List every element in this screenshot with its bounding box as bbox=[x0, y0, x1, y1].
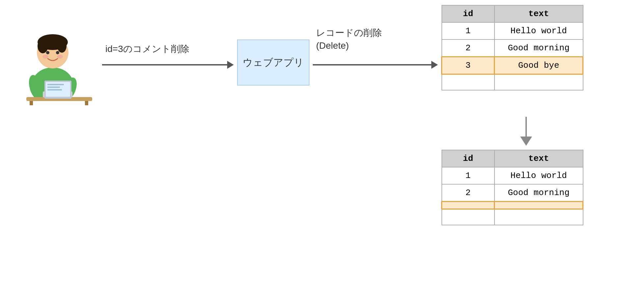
arrow-right-head bbox=[431, 61, 438, 69]
action-label: id=3のコメント削除 bbox=[105, 43, 189, 55]
svg-point-5 bbox=[46, 51, 49, 54]
col-id-header-before: id bbox=[442, 5, 495, 22]
before-table: id text 1 Hello world 2 Good morning 3 G… bbox=[441, 5, 583, 90]
delete-label-line2: (Delete) bbox=[316, 40, 349, 51]
svg-rect-19 bbox=[47, 89, 62, 90]
webapp-to-db-arrow bbox=[313, 61, 438, 69]
svg-rect-13 bbox=[85, 101, 88, 105]
cell-text: Hello world bbox=[495, 22, 583, 39]
cell-id: 2 bbox=[442, 184, 495, 202]
cell-id: 1 bbox=[442, 167, 495, 184]
down-arrow bbox=[520, 117, 532, 146]
col-id-header-after: id bbox=[442, 150, 495, 167]
svg-point-8 bbox=[57, 55, 63, 59]
table-row: 1 Hello world bbox=[442, 167, 583, 184]
delete-label-line1: レコードの削除 bbox=[316, 28, 382, 38]
table-before: id text 1 Hello world 2 Good morning 3 G… bbox=[441, 5, 583, 90]
svg-rect-18 bbox=[47, 87, 60, 88]
table-row: 2 Good morning bbox=[442, 39, 583, 57]
webapp-label: ウェブアプリ bbox=[243, 56, 304, 69]
table-row-empty bbox=[442, 209, 583, 225]
svg-point-3 bbox=[38, 39, 48, 53]
cell-id: 2 bbox=[442, 39, 495, 57]
arrow-right-line bbox=[313, 64, 431, 65]
cell-text: Good morning bbox=[495, 184, 583, 202]
cell-id: 3 bbox=[442, 57, 495, 74]
table-row: 1 Hello world bbox=[442, 22, 583, 39]
cell-text-empty2 bbox=[495, 209, 583, 225]
col-text-header-before: text bbox=[495, 5, 583, 22]
svg-point-7 bbox=[42, 55, 48, 59]
person-illustration bbox=[10, 20, 102, 112]
cell-text-empty bbox=[495, 74, 583, 90]
after-table: id text 1 Hello world 2 Good morning bbox=[441, 150, 583, 225]
table-row: 2 Good morning bbox=[442, 184, 583, 202]
webapp-box: ウェブアプリ bbox=[237, 39, 309, 86]
main-scene: id=3のコメント削除 ウェブアプリ レコードの削除 (Delete) id t… bbox=[0, 0, 644, 302]
svg-rect-12 bbox=[30, 101, 33, 105]
svg-rect-17 bbox=[47, 84, 64, 85]
cell-text: Hello world bbox=[495, 167, 583, 184]
cell-text: Good morning bbox=[495, 39, 583, 57]
table-row-empty-highlighted bbox=[442, 202, 583, 209]
db-action-label: レコードの削除 (Delete) bbox=[316, 26, 382, 52]
person-to-webapp-arrow bbox=[102, 61, 234, 69]
cell-id-empty bbox=[442, 74, 495, 90]
col-text-header-after: text bbox=[495, 150, 583, 167]
down-arrow-line bbox=[525, 117, 527, 137]
arrow-head bbox=[227, 61, 234, 69]
arrow-line bbox=[102, 64, 227, 65]
cell-text-empty bbox=[495, 202, 583, 209]
cell-id-empty bbox=[442, 202, 495, 209]
cell-id-empty2 bbox=[442, 209, 495, 225]
table-after: id text 1 Hello world 2 Good morning bbox=[441, 150, 583, 225]
table-row-highlighted: 3 Good bye bbox=[442, 57, 583, 74]
svg-point-6 bbox=[56, 51, 59, 54]
cell-text: Good bye bbox=[495, 57, 583, 74]
table-row-empty bbox=[442, 74, 583, 90]
cell-id: 1 bbox=[442, 22, 495, 39]
svg-point-4 bbox=[57, 39, 67, 53]
down-arrow-head bbox=[520, 137, 532, 146]
